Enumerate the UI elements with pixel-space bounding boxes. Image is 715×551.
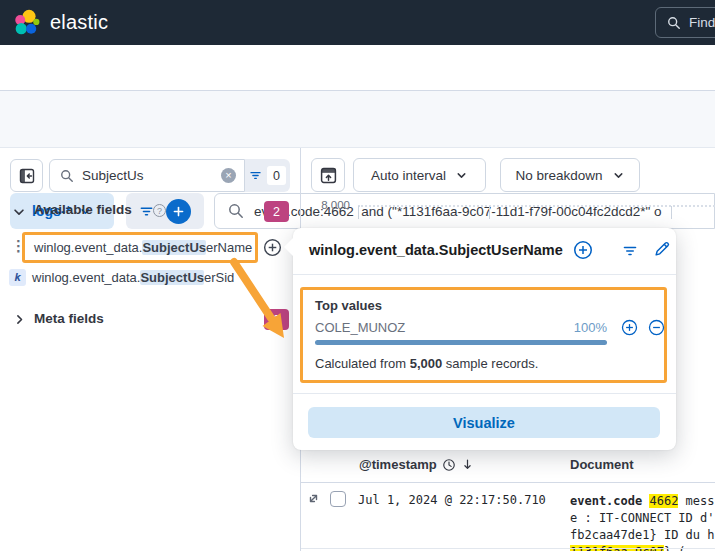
popover-caret xyxy=(284,238,293,256)
top-value-bar xyxy=(315,340,607,345)
chevron-down-icon xyxy=(612,169,625,182)
timestamp-cell: Jul 1, 2024 @ 22:17:50.710 xyxy=(358,493,546,507)
add-filter-button[interactable] xyxy=(166,199,191,224)
sample-records-note: Calculated from 5,000 sample records. xyxy=(315,356,652,371)
chart-panel-icon xyxy=(320,167,337,184)
chart-options-button[interactable] xyxy=(311,158,345,192)
field-filter-count: 0 xyxy=(267,166,286,185)
elastic-logo[interactable]: elastic xyxy=(14,9,108,36)
field-name: winlog.event_data.SubjectUserName xyxy=(34,240,252,255)
field-stats-popover: winlog.event_data.SubjectUserName Top va… xyxy=(293,228,676,450)
column-header-document[interactable]: Document xyxy=(570,457,634,472)
help-icon[interactable]: ? xyxy=(153,204,166,217)
filter-for-value-icon[interactable] xyxy=(621,319,638,336)
document-cell[interactable]: event.code 4662 mess e : IT-CONNECT ID d… xyxy=(570,493,715,551)
search-icon xyxy=(667,16,681,30)
top-value-percent: 100% xyxy=(574,320,607,335)
histogram-interval-select[interactable]: Auto interval xyxy=(353,158,486,192)
x-axis-tick xyxy=(358,206,359,219)
doc-line-3: fb2caa47de1} ID du h xyxy=(570,527,715,544)
y-axis-tick-label: 8,000 xyxy=(302,199,350,211)
chart-gridline xyxy=(358,205,715,207)
clock-icon xyxy=(442,458,456,472)
visualize-button[interactable]: Visualize xyxy=(308,407,660,438)
field-name: winlog.event_data.SubjectUserSid xyxy=(32,270,234,285)
top-values-section: Top values COLE_MUNOZ 100% Calculated fr… xyxy=(300,287,667,383)
chevron-right-icon[interactable] xyxy=(13,313,26,326)
table-header-divider xyxy=(301,482,715,483)
search-icon xyxy=(228,203,244,219)
field-item-subjectusersid[interactable]: k winlog.event_data.SubjectUserSid xyxy=(0,264,295,290)
collapse-sidebar-button[interactable] xyxy=(10,159,43,192)
meta-fields-heading[interactable]: Meta fields xyxy=(34,311,104,326)
filter-icon[interactable] xyxy=(139,204,154,219)
query-bar: logs-* event.code:4662 and ("*1131f6aa-9… xyxy=(0,91,715,148)
collapse-sidebar-icon xyxy=(19,168,35,184)
chevron-down-icon xyxy=(455,169,468,182)
doc-line-1: event.code 4662 mess xyxy=(570,493,715,510)
available-fields-heading[interactable]: Available fields xyxy=(34,202,132,217)
global-header: elastic Find xyxy=(0,0,715,45)
global-search-placeholder: Find xyxy=(689,15,715,30)
add-field-to-table-icon[interactable] xyxy=(263,238,282,257)
filter-out-value-icon[interactable] xyxy=(648,319,665,336)
field-item-subjectusername[interactable]: winlog.event_data.SubjectUserName xyxy=(22,232,258,263)
filter-icon[interactable] xyxy=(622,243,638,259)
query-input[interactable]: event.code:4662 and ("*1131f6aa-9c07-11d… xyxy=(214,193,715,229)
keyword-type-badge: k xyxy=(9,269,26,286)
x-axis-tick xyxy=(489,206,490,219)
doc-line-2: e : IT-CONNECT ID d' xyxy=(570,510,715,527)
top-value-name: COLE_MUNOZ xyxy=(315,320,405,335)
interval-label: Auto interval xyxy=(371,168,446,183)
visualize-button-label: Visualize xyxy=(453,415,515,431)
popover-field-title: winlog.event_data.SubjectUserName xyxy=(309,242,563,258)
row-checkbox[interactable] xyxy=(330,491,346,507)
discover-app: elastic Find D Discover logs-* xyxy=(0,0,715,551)
x-axis-tick xyxy=(671,206,672,219)
clear-search-icon[interactable]: × xyxy=(221,168,236,183)
column-header-timestamp[interactable]: @timestamp xyxy=(359,457,474,472)
popover-divider xyxy=(293,274,676,275)
expand-document-icon[interactable] xyxy=(306,491,321,506)
available-fields-count-badge: 2 xyxy=(264,201,289,222)
chevron-down-icon[interactable] xyxy=(12,205,26,219)
elastic-logo-icon xyxy=(14,9,41,36)
top-values-heading: Top values xyxy=(315,298,652,313)
breakdown-label: No breakdown xyxy=(515,168,602,183)
elastic-logo-text: elastic xyxy=(50,11,108,34)
field-filter-button[interactable]: 0 xyxy=(245,159,290,192)
breakdown-select[interactable]: No breakdown xyxy=(500,158,640,192)
top-value-row: COLE_MUNOZ 100% xyxy=(315,320,607,335)
meta-fields-count-badge: 0 xyxy=(264,309,289,330)
nav-row: D Discover xyxy=(0,45,715,91)
field-search-input[interactable]: SubjectUs × xyxy=(49,159,245,192)
edit-field-icon[interactable] xyxy=(653,240,671,258)
global-search-input[interactable]: Find xyxy=(655,7,715,38)
field-search-value: SubjectUs xyxy=(82,168,213,183)
sort-descending-icon[interactable] xyxy=(461,458,474,471)
search-icon xyxy=(60,169,74,183)
add-field-icon[interactable] xyxy=(573,240,593,260)
timestamp-header-label: @timestamp xyxy=(359,457,437,472)
table-row-divider xyxy=(301,548,715,549)
filter-icon xyxy=(249,169,262,182)
popover-divider xyxy=(293,393,676,394)
